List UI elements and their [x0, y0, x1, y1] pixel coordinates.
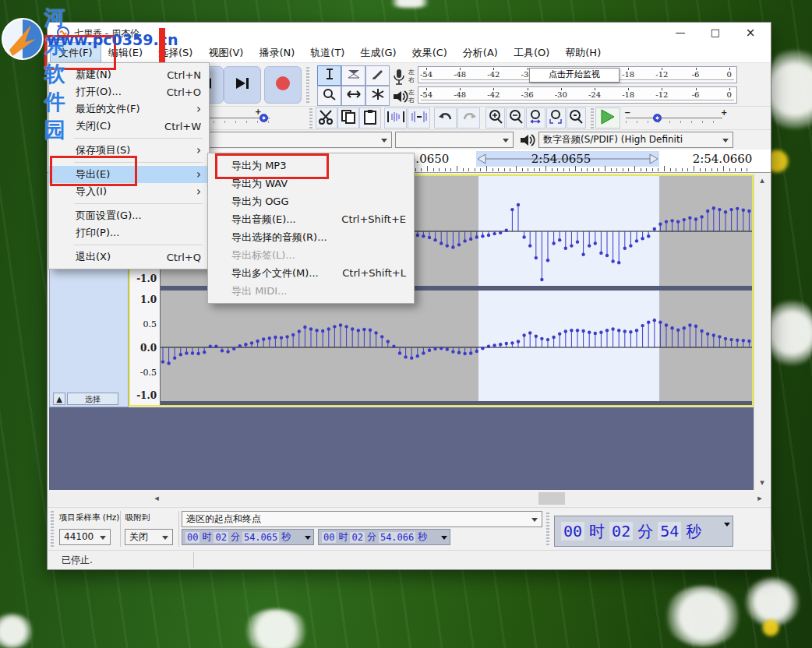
export-menu-item-export-midi[interactable]: 导出 MIDI...	[208, 282, 414, 300]
menu-effect[interactable]: 效果(C)	[404, 43, 455, 62]
fit-project-button[interactable]	[546, 107, 566, 129]
undo-button[interactable]	[434, 107, 457, 129]
file-menu-item-print[interactable]: 打印(P)...	[49, 224, 209, 241]
track-collapse-button[interactable]: ▲	[53, 393, 65, 405]
sample-rate-combo[interactable]: 44100	[59, 529, 111, 545]
toolbar-grip[interactable]	[546, 512, 549, 547]
toolbar-grip[interactable]	[309, 108, 312, 129]
maximize-button[interactable]: □	[698, 23, 733, 43]
monitor-tooltip: 点击开始监视	[529, 68, 620, 83]
selection-start-field[interactable]: 00时02分54.065秒	[182, 529, 314, 545]
zoom-in-button[interactable]	[485, 107, 505, 129]
export-menu-item-export-multiple[interactable]: 导出多个文件(M)...Ctrl+Shift+L	[208, 264, 414, 282]
envelope-tool-button[interactable]	[341, 65, 365, 86]
hscroll-thumb[interactable]	[538, 492, 565, 505]
zoom-tool-button[interactable]	[317, 86, 341, 106]
multi-icon	[369, 87, 387, 104]
chevron-down-icon	[724, 523, 730, 526]
play-at-speed-icon	[598, 107, 617, 129]
zoom-toggle-button[interactable]	[567, 107, 586, 129]
play-speed-slider[interactable]	[626, 118, 722, 118]
menu-tracks[interactable]: 轨道(T)	[302, 43, 352, 62]
volume-slider-thumb[interactable]	[259, 114, 268, 122]
playback-meter[interactable]: -54-48-42-36-30-24-18-12-60	[418, 86, 737, 104]
meter-tick-label: -6	[692, 90, 700, 99]
zoom-fit-icon	[549, 109, 564, 128]
toolbar-grip[interactable]	[306, 67, 309, 103]
daisy-center	[762, 619, 779, 636]
scroll-right-icon[interactable]: ▸	[752, 493, 768, 503]
menu-analyze[interactable]: 分析(A)	[455, 43, 506, 62]
zoom-in-icon	[488, 109, 503, 128]
cut-button[interactable]	[316, 107, 337, 129]
toolbar-grip[interactable]	[51, 511, 54, 547]
play-at-speed-button[interactable]	[595, 107, 620, 129]
shift-icon	[345, 87, 362, 104]
time-token: 02	[350, 532, 364, 543]
minimize-button[interactable]: —	[663, 23, 697, 43]
multi-tool-button[interactable]	[365, 86, 390, 106]
selection-mode-combo[interactable]: 选区的起点和终点	[182, 511, 542, 527]
snap-combo[interactable]: 关闭	[125, 529, 173, 545]
vertical-scrollbar[interactable]: ▴ ▾	[754, 174, 769, 490]
horizontal-scrollbar[interactable]: ◂ ▸	[49, 491, 769, 505]
zoom-out-button[interactable]	[506, 107, 525, 129]
draw-tool-button[interactable]	[365, 65, 390, 86]
play-speed-slider-thumb[interactable]	[653, 114, 662, 122]
track-select-button[interactable]: 选择	[67, 393, 118, 405]
selection-end-field[interactable]: 00时02分54.066秒	[318, 529, 450, 545]
skip-to-end-button[interactable]	[224, 66, 261, 104]
microphone-icon	[392, 68, 406, 90]
file-menu-item-page-setup[interactable]: 页面设置(G)...	[49, 207, 209, 224]
file-menu-item-exit[interactable]: 退出(X)Ctrl+Q	[49, 248, 209, 266]
time-token: 00	[561, 522, 584, 541]
desktop-screen: 七里香 - 周杰伦 — □ × 文件(F)编辑(E)选择(S)视图(V)播录(N…	[0, 0, 812, 648]
meter-tick-label: -42	[487, 90, 500, 99]
menu-transport[interactable]: 播录(N)	[251, 43, 302, 62]
file-menu-item-close[interactable]: 关闭(C)Ctrl+W	[49, 118, 209, 135]
timeshift-tool-button[interactable]	[341, 86, 365, 106]
audio-position-display[interactable]: 00时02分54秒	[554, 516, 733, 547]
meter-tick-label: -12	[655, 90, 668, 99]
toolbar-grip[interactable]	[591, 108, 594, 129]
file-menu-item-recent[interactable]: 最近的文件(F)›	[49, 100, 209, 118]
playback-device-combo[interactable]	[395, 132, 514, 148]
redo-icon	[460, 109, 478, 128]
scroll-down-icon[interactable]: ▾	[754, 477, 770, 488]
ruler-label: -1.0	[136, 273, 157, 284]
recording-device-combo[interactable]: 数字音频(S/PDIF) (High Definiti	[538, 132, 733, 148]
empty-track-background	[49, 407, 754, 490]
record-button[interactable]	[264, 66, 302, 104]
scis-icon	[317, 108, 336, 129]
menu-generate[interactable]: 生成(G)	[352, 43, 404, 62]
trim-audio-button[interactable]	[384, 107, 407, 129]
export-menu-item-export-labels[interactable]: 导出标签(L)...	[208, 246, 414, 264]
export-menu-item-export-selected[interactable]: 导出选择的音频(R)...	[208, 228, 414, 246]
title-bar[interactable]: 七里香 - 周杰伦 — □ ×	[48, 23, 771, 43]
silence-audio-button[interactable]	[408, 107, 430, 129]
fit-selection-button[interactable]	[526, 107, 545, 129]
paste-button[interactable]	[359, 107, 381, 129]
scroll-up-icon[interactable]: ▴	[754, 175, 770, 185]
close-button[interactable]: ×	[733, 23, 768, 43]
status-message: 已停止.	[62, 554, 93, 567]
export-menu-item-export-ogg[interactable]: 导出为 OGG	[208, 192, 414, 210]
file-menu-item-open[interactable]: 打开(O)...Ctrl+O	[49, 83, 209, 100]
scroll-left-icon[interactable]: ◂	[149, 493, 164, 503]
toolbar-divider	[120, 511, 121, 547]
export-menu-item-export-audio[interactable]: 导出音频(E)...Ctrl+Shift+E	[208, 210, 414, 228]
menu-select[interactable]: 选择(S)	[150, 43, 200, 62]
copy-button[interactable]	[337, 107, 359, 129]
selection-toolbar: 项目采样率 (Hz) 44100 吸附到 关闭 选区的起点和终点 00时02分5…	[48, 507, 771, 550]
menu-separator	[74, 203, 203, 204]
meter-tick-label: 0	[727, 90, 732, 99]
time-token: 54.065	[242, 532, 279, 543]
menu-view[interactable]: 视图(V)	[200, 43, 251, 62]
redo-button[interactable]	[457, 107, 480, 129]
ruler-label: -1.0	[136, 390, 157, 401]
pencil-icon	[369, 67, 387, 84]
menu-tools[interactable]: 工具(O)	[506, 43, 557, 62]
selection-tool-button[interactable]	[317, 65, 341, 86]
meter-tick-label: -54	[420, 70, 432, 79]
menu-help[interactable]: 帮助(H)	[557, 43, 609, 62]
